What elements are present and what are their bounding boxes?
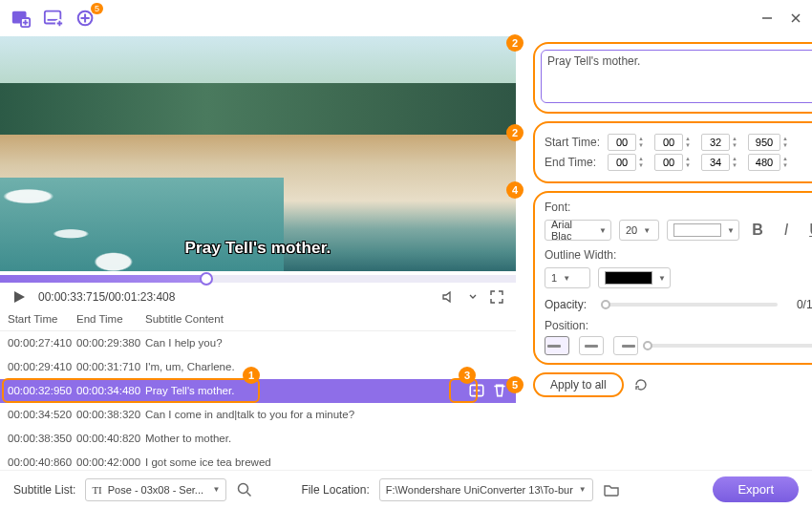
cell-start: 00:00:32:950 [8, 385, 76, 396]
col-content-header: Subtitle Content [145, 313, 508, 325]
cell-end: 00:00:40:820 [76, 433, 145, 444]
svg-rect-3 [48, 19, 58, 21]
add-subtitle-icon[interactable] [42, 7, 65, 30]
play-icon[interactable] [11, 289, 27, 305]
bottom-bar: Subtitle List: TI Pose - 03x08 - Ser... … [0, 470, 812, 508]
file-location-label: File Location: [301, 483, 369, 497]
cell-start: 00:00:40:860 [8, 456, 76, 468]
spinner[interactable]: ▲▼ [781, 136, 789, 149]
start-mm[interactable] [654, 134, 683, 151]
outline-color-select[interactable]: ▼ [598, 267, 671, 288]
search-icon[interactable] [236, 481, 253, 498]
underline-button[interactable]: U [804, 220, 812, 241]
export-button[interactable]: Export [713, 476, 799, 502]
table-row[interactable]: 00:00:38:35000:00:40:820Mother to mother… [0, 427, 516, 451]
subtitle-table-header: Start Time End Time Subtitle Content [0, 308, 516, 330]
cell-content: I'm, um, Charlene. [145, 361, 508, 372]
start-ss[interactable] [701, 134, 730, 151]
subtitle-table-body: 00:00:27:41000:00:29:380Can I help you?0… [0, 331, 516, 470]
left-pane: Pray Tell's mother. 00:00:33:715/00:01:2… [0, 36, 516, 470]
position-right-button[interactable] [613, 336, 638, 355]
position-center-button[interactable] [579, 336, 604, 355]
time-display: 00:00:33:715/00:01:23:408 [38, 290, 175, 304]
font-label: Font: [545, 201, 812, 214]
spinner[interactable]: ▲▼ [684, 156, 692, 169]
subtitle-list-label: Subtitle List: [13, 483, 75, 497]
spinner[interactable]: ▲▼ [731, 136, 738, 149]
cell-content: I got some ice tea brewed [145, 456, 508, 468]
apply-row: Apply to all [533, 372, 812, 397]
font-color-select[interactable]: ▼ [667, 220, 739, 241]
add-video-icon[interactable] [10, 7, 32, 30]
video-subtitle-overlay: Pray Tell's mother. [184, 239, 331, 258]
window-controls [760, 11, 802, 25]
font-family-select[interactable]: Arial Blac▼ [545, 220, 611, 241]
opacity-row: Opacity: 0/100 [545, 298, 812, 311]
font-row: Arial Blac▼ 20▼ ▼ B I U [545, 220, 812, 241]
progress-bar[interactable] [0, 275, 516, 283]
cell-end: 00:00:42:000 [76, 456, 145, 468]
outline-row: 1▼ ▼ [545, 267, 812, 288]
end-hh[interactable] [608, 154, 636, 171]
cell-start: 00:00:34:520 [8, 409, 76, 420]
minimize-button[interactable] [760, 11, 774, 25]
spinner[interactable]: ▲▼ [637, 136, 645, 149]
font-size-select[interactable]: 20▼ [619, 220, 659, 241]
cell-end: 00:00:29:380 [76, 337, 145, 349]
cell-start: 00:00:29:410 [8, 361, 76, 372]
row-actions [468, 382, 508, 399]
cell-start: 00:00:27:410 [8, 337, 76, 349]
opacity-label: Opacity: [545, 298, 596, 311]
volume-icon[interactable] [441, 289, 457, 305]
start-ms[interactable] [748, 134, 780, 151]
position-left-button[interactable] [545, 336, 569, 355]
start-hh[interactable] [608, 134, 636, 151]
progress-thumb[interactable] [200, 272, 213, 286]
main: Pray Tell's mother. 00:00:33:715/00:01:2… [0, 36, 812, 470]
video-preview[interactable]: Pray Tell's mother. [0, 36, 516, 271]
file-location-select[interactable]: F:\Wondershare UniConverter 13\To-bur ▼ [379, 478, 593, 501]
table-row[interactable]: 00:00:27:41000:00:29:380Can I help you? [0, 331, 516, 355]
outline-width-select[interactable]: 1▼ [545, 267, 590, 288]
apply-to-all-button[interactable]: Apply to all [533, 372, 624, 397]
end-mm[interactable] [654, 154, 683, 171]
table-row[interactable]: 00:00:34:52000:00:38:320Can I come in an… [0, 403, 516, 427]
end-time-label: End Time: [545, 156, 604, 169]
spinner[interactable]: ▲▼ [781, 156, 789, 169]
opacity-thumb[interactable] [601, 300, 610, 309]
callout-2b-badge: 2 [506, 124, 524, 141]
player-controls: 00:00:33:715/00:01:23:408 [0, 285, 516, 308]
svg-point-7 [239, 483, 248, 493]
subtitle-text-input[interactable] [541, 50, 812, 103]
fullscreen-icon[interactable] [489, 289, 504, 305]
toolbar-group: 5 [10, 7, 97, 30]
time-panel: Start Time: ▲▼ ▲▼ ▲▼ ▲▼ End Time: ▲▼ ▲▼ … [533, 121, 812, 183]
row-insert-icon[interactable] [468, 382, 485, 399]
italic-button[interactable]: I [776, 220, 797, 241]
opacity-slider[interactable] [606, 303, 778, 307]
bold-button[interactable]: B [747, 220, 768, 241]
table-row[interactable]: 00:00:40:86000:00:42:000I got some ice t… [0, 451, 516, 470]
table-row[interactable]: 00:00:32:95000:00:34:480Pray Tell's moth… [0, 379, 516, 403]
position-label: Position: [545, 319, 812, 332]
cell-end: 00:00:31:710 [76, 361, 145, 372]
cell-content: Pray Tell's mother. [145, 385, 468, 396]
reset-icon[interactable] [633, 377, 649, 392]
spinner[interactable]: ▲▼ [731, 156, 738, 169]
end-ms[interactable] [748, 154, 780, 171]
cell-end: 00:00:34:480 [76, 385, 145, 396]
folder-icon[interactable] [603, 481, 620, 498]
position-slider[interactable] [648, 344, 812, 348]
position-thumb[interactable] [643, 341, 652, 350]
font-panel: Font: Arial Blac▼ 20▼ ▼ B I U Outline Wi… [533, 191, 812, 365]
progress-fill [0, 275, 206, 283]
end-ss[interactable] [701, 154, 730, 171]
subtitle-list-select[interactable]: TI Pose - 03x08 - Ser... ▼ [85, 478, 226, 501]
callout-5-badge: 5 [506, 376, 524, 393]
close-button[interactable] [789, 11, 802, 25]
callout-2-badge: 2 [506, 34, 524, 52]
volume-chevron-icon[interactable] [468, 289, 478, 305]
spinner[interactable]: ▲▼ [637, 156, 645, 169]
ai-subtitle-icon[interactable]: 5 [75, 7, 97, 30]
spinner[interactable]: ▲▼ [684, 136, 692, 149]
